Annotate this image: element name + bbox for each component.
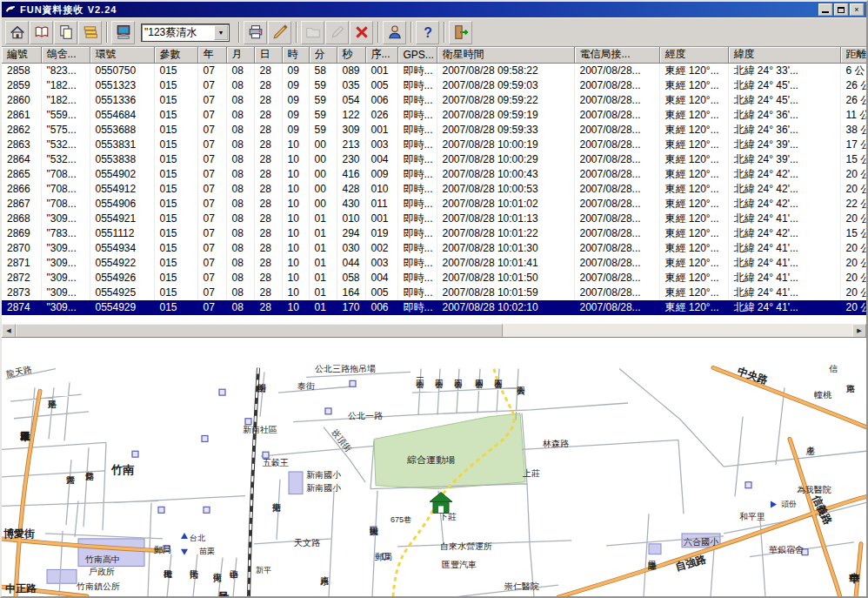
table-cell: 07 — [197, 167, 226, 182]
table-row[interactable]: 2865"708...05549020150708281000416009即時.… — [2, 167, 866, 182]
table-cell: 28 — [254, 63, 282, 78]
table-row[interactable]: 2862"575...05536880150708280959309001即時.… — [2, 123, 866, 138]
table-cell: 28 — [254, 78, 282, 93]
table-cell: 015 — [154, 63, 197, 78]
column-header[interactable]: 電信局接... — [574, 47, 659, 63]
column-header[interactable]: 編號 — [2, 47, 41, 63]
map-label: 匯豐汽車 — [442, 561, 477, 570]
table-cell: 003 — [365, 256, 397, 271]
poi-marker — [219, 389, 225, 395]
table-row[interactable]: 2863"532...05538310150708281000213003即時.… — [2, 138, 866, 152]
close-button[interactable]: × — [850, 3, 864, 16]
sports-field — [374, 413, 525, 489]
table-cell: 28 — [254, 256, 282, 271]
table-cell: 北緯 24° 42'... — [728, 197, 840, 212]
table-cell: 東經 120°... — [659, 108, 728, 123]
table-row[interactable]: 2871"309...05549220150708281001044003即時.… — [2, 256, 866, 271]
titlebar: FUN資料接收 V2.24 × — [2, 2, 866, 17]
table-cell: 2007/08/28... — [574, 182, 659, 197]
open-button[interactable] — [301, 21, 324, 44]
column-header[interactable]: 時 — [282, 47, 309, 63]
column-header[interactable]: 日 — [254, 47, 282, 63]
table-cell: 10 — [282, 212, 309, 226]
table-cell: 015 — [154, 256, 197, 271]
column-header[interactable]: 月 — [226, 47, 254, 63]
table-row[interactable]: 2870"309...05549340150708281001030002即時.… — [2, 241, 866, 256]
scrollbar-thumb[interactable] — [16, 324, 503, 338]
horizontal-scrollbar[interactable]: ◀ ▶ — [2, 323, 866, 337]
table-cell: "559... — [41, 108, 90, 123]
column-header[interactable]: 鴿舍... — [41, 47, 90, 63]
table-row[interactable]: 2858"823...05507500150708280958089001即時.… — [2, 63, 866, 78]
column-header[interactable]: 序... — [365, 47, 397, 63]
table-cell: 01 — [309, 300, 337, 315]
table-row[interactable]: 2872"309...05549260150708281001058004即時.… — [2, 271, 866, 286]
table-row[interactable]: 2860"182...05513360150708280959054006即時.… — [2, 93, 866, 108]
scroll-right-button[interactable]: ▶ — [852, 324, 866, 338]
table-cell: 07 — [197, 93, 226, 108]
table-cell: 2861 — [2, 108, 41, 123]
table-cell: 6 公 — [840, 63, 866, 78]
help-button[interactable]: ? — [416, 21, 439, 44]
maximize-button[interactable] — [834, 3, 848, 16]
cards-icon — [83, 24, 98, 40]
column-header[interactable]: 緯度 — [728, 47, 840, 63]
table-cell: 東經 120°... — [659, 256, 728, 271]
table-cell: 28 — [254, 300, 282, 315]
column-header[interactable]: GPS... — [397, 47, 437, 63]
home-marker — [430, 493, 452, 514]
print-button[interactable] — [244, 21, 267, 44]
table-cell: 08 — [226, 212, 254, 226]
table-cell: 044 — [337, 256, 365, 271]
exit-button[interactable] — [449, 21, 472, 44]
table-row[interactable]: 2873"309...05549250150708281001164005即時.… — [2, 286, 866, 300]
column-header[interactable]: 衛星時間 — [437, 47, 574, 63]
table-cell: 10 — [282, 182, 309, 197]
table-row[interactable]: 2859"182...05513230150708280959035005即時.… — [2, 78, 866, 93]
table-row[interactable]: 2866"708...05549120150708281000428010即時.… — [2, 182, 866, 197]
record-table-wrap: 編號鴿舍...環號參數年月日時分秒序...GPS...衛星時間電信局接...經度… — [2, 47, 866, 323]
scroll-left-button[interactable]: ◀ — [2, 324, 16, 338]
table-cell: 北緯 24° 42'... — [728, 167, 840, 182]
map-label: 675巷 — [391, 515, 411, 524]
export-button[interactable] — [78, 21, 102, 44]
table-cell: 東經 120°... — [659, 78, 728, 93]
column-header[interactable]: 秒 — [337, 47, 365, 63]
table-cell: 即時... — [397, 300, 437, 315]
pen-button[interactable] — [268, 21, 291, 44]
table-row[interactable]: 2867"708...05549060150708281000430011即時.… — [2, 197, 866, 212]
copy-button[interactable] — [54, 21, 77, 44]
home-button[interactable] — [5, 21, 29, 44]
scrollbar-track[interactable] — [16, 324, 852, 337]
table-row[interactable]: 2869"783...05511120150708281001294019即時.… — [2, 226, 866, 241]
table-cell: 015 — [154, 212, 197, 226]
device-button[interactable] — [111, 21, 135, 44]
column-header[interactable]: 距離 — [840, 47, 866, 63]
table-row[interactable]: 2861"559...05546840150708280959122026即時.… — [2, 108, 866, 123]
column-header[interactable]: 參數 — [154, 47, 197, 63]
user-button[interactable] — [383, 21, 406, 44]
column-header[interactable]: 經度 — [659, 47, 728, 63]
column-header[interactable]: 分 — [309, 47, 337, 63]
table-cell: 00 — [309, 197, 337, 212]
table-cell: 005 — [365, 286, 397, 300]
table-cell: 002 — [365, 241, 397, 256]
building-block — [47, 569, 77, 583]
map-label: 台北 — [190, 534, 205, 542]
delete-button[interactable] — [350, 21, 373, 44]
table-cell: 015 — [154, 226, 197, 241]
table-row[interactable]: 2874"309...05549290150708281001170006即時.… — [2, 300, 866, 315]
column-header[interactable]: 環號 — [90, 47, 154, 63]
table-cell: "708... — [41, 182, 90, 197]
minimize-button[interactable] — [818, 3, 832, 16]
column-header[interactable]: 年 — [197, 47, 226, 63]
table-row[interactable]: 2868"309...05549210150708281001010001即時.… — [2, 212, 866, 226]
book-button[interactable] — [30, 21, 53, 44]
edit-button[interactable] — [325, 21, 349, 44]
loft-combobox[interactable]: "123蔡清水 ▼ — [141, 24, 230, 42]
table-row[interactable]: 2864"532...05538380150708281000230004即時.… — [2, 152, 866, 167]
table-cell: 59 — [309, 123, 337, 138]
table-cell: 122 — [337, 108, 365, 123]
map-label: 五穀王 — [263, 458, 289, 467]
chevron-down-icon[interactable]: ▼ — [214, 25, 228, 40]
